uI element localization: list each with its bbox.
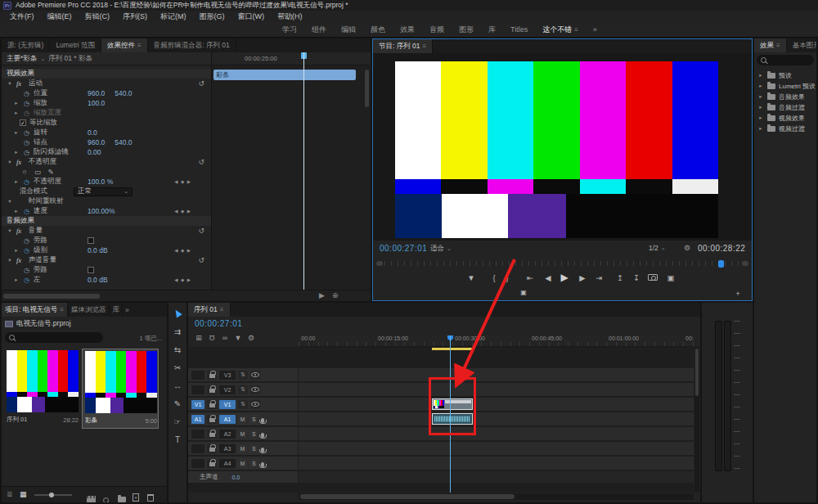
blend-mode-select[interactable]: 正常⌄ bbox=[74, 187, 133, 196]
audio-clip-bars[interactable] bbox=[432, 413, 473, 425]
lift-button[interactable]: ↥ bbox=[614, 273, 627, 282]
timeline-vertical-scrollbar[interactable] bbox=[694, 347, 699, 493]
mute-toggle[interactable]: M bbox=[238, 430, 247, 439]
track-output-toggle[interactable] bbox=[250, 385, 260, 394]
zoom-slider-knob[interactable] bbox=[49, 493, 54, 497]
track-name[interactable]: V1 bbox=[219, 400, 236, 409]
twirl-icon[interactable]: ▾ bbox=[7, 80, 13, 87]
play-audio-icon[interactable]: ▶ bbox=[319, 291, 325, 299]
effects-bin-audio-transitions[interactable]: ▸音频过渡 bbox=[757, 102, 805, 112]
twirl-icon[interactable]: ▾ bbox=[7, 159, 13, 165]
effect-group-channel-volume[interactable]: ▾ fx 声道音量 ↺ bbox=[2, 255, 211, 265]
video-clip-bars[interactable] bbox=[432, 398, 473, 410]
project-tabs-overflow[interactable]: » bbox=[123, 303, 132, 317]
opacity-value[interactable]: 100.0 % bbox=[88, 178, 113, 186]
keyframe-nav-icons[interactable]: ◀ ◆ ▶ bbox=[174, 277, 191, 282]
ecp-vertical-scrollbar[interactable] bbox=[365, 70, 369, 107]
left-value[interactable]: 0.0 dB bbox=[88, 276, 108, 284]
find-button[interactable] bbox=[103, 492, 109, 502]
voiceover-record-button[interactable] bbox=[261, 441, 266, 456]
stopwatch-icon[interactable]: ◷ bbox=[23, 208, 30, 215]
track-v3-header[interactable]: V3 ⇅ bbox=[188, 368, 298, 381]
monitor-settings-icon[interactable]: ⚙ bbox=[684, 244, 690, 252]
playback-resolution-select[interactable]: 1/2⌄ bbox=[649, 244, 666, 252]
source-patch[interactable] bbox=[191, 371, 204, 380]
panel-menu-icon[interactable]: ≡ bbox=[220, 306, 224, 313]
effects-bin-video-effects[interactable]: ▸视频效果 bbox=[757, 113, 805, 123]
anchor-y-value[interactable]: 540.0 bbox=[115, 138, 132, 146]
pen-mask-icon[interactable]: ✎ bbox=[46, 168, 56, 176]
twirl-icon[interactable]: ▾ bbox=[7, 198, 13, 205]
menu-file[interactable]: 文件(F) bbox=[3, 11, 41, 22]
keyframe-nav-icons[interactable]: ◀ ◆ ▶ bbox=[174, 179, 191, 184]
item-name[interactable]: 序列 01 bbox=[7, 416, 27, 424]
effects-bin-video-transitions[interactable]: ▸视频过渡 bbox=[757, 124, 805, 133]
tab-sequence-01[interactable]: 序列 01≡ bbox=[188, 303, 231, 317]
effect-controls-timeline[interactable]: 00:00:25:00 彩条 bbox=[211, 52, 371, 290]
timeline-horizontal-scrollbar[interactable] bbox=[299, 493, 694, 500]
ellipse-mask-icon[interactable]: ○ bbox=[20, 168, 29, 176]
scrubber-right-handle[interactable] bbox=[742, 261, 748, 266]
solo-toggle[interactable]: S bbox=[249, 444, 258, 453]
speed-value[interactable]: 100.00% bbox=[88, 207, 115, 215]
stopwatch-icon[interactable]: ◷ bbox=[23, 247, 30, 254]
zoom-icon[interactable]: ⊕ bbox=[332, 291, 339, 299]
tab-audio-clip-mixer[interactable]: 音频剪辑混合器: 序列 01 bbox=[148, 38, 236, 52]
track-output-toggle[interactable] bbox=[250, 400, 260, 409]
stopwatch-icon[interactable]: ◷ bbox=[23, 90, 30, 97]
twirl-icon[interactable]: ▸ bbox=[757, 104, 764, 110]
reset-icon[interactable]: ↺ bbox=[198, 158, 204, 166]
source-patch-v1[interactable]: V1 bbox=[191, 400, 204, 409]
stopwatch-icon[interactable]: ◷ bbox=[23, 129, 30, 137]
twirl-icon[interactable]: ▸ bbox=[13, 110, 20, 116]
menu-clip[interactable]: 剪辑(C) bbox=[79, 11, 117, 22]
source-patch[interactable] bbox=[191, 459, 204, 468]
ripple-edit-tool[interactable]: ⇆ bbox=[169, 345, 187, 354]
reset-icon[interactable]: ↺ bbox=[198, 256, 204, 264]
mute-toggle[interactable]: M bbox=[238, 459, 247, 468]
selection-tool[interactable] bbox=[169, 309, 187, 318]
scrubber-playhead[interactable] bbox=[718, 260, 724, 268]
master-track-header[interactable]: 主声道 0.0 bbox=[188, 471, 298, 483]
twirl-icon[interactable]: ▸ bbox=[13, 277, 20, 283]
nest-toggle-icon[interactable]: ⊞ bbox=[193, 334, 204, 342]
effects-bin-lumetri-presets[interactable]: ▸Lumetri 预设 bbox=[757, 81, 816, 91]
workspace-tab-effects[interactable]: 效果 bbox=[393, 22, 422, 37]
twirl-icon[interactable]: ▸ bbox=[13, 129, 20, 136]
source-patch[interactable] bbox=[191, 444, 204, 453]
comparison-view-button[interactable]: ▣ bbox=[664, 273, 677, 282]
track-select-tool[interactable]: ⇉ bbox=[169, 327, 187, 336]
tab-essential-graphics[interactable]: 基本图形 bbox=[787, 38, 816, 52]
track-v1-lane[interactable] bbox=[299, 398, 694, 411]
workspace-tab-graphics[interactable]: 图形 bbox=[452, 22, 481, 37]
button-editor-plus[interactable]: + bbox=[731, 289, 744, 298]
panel-menu-icon[interactable]: ≡ bbox=[423, 43, 427, 50]
menu-marker[interactable]: 标记(M) bbox=[154, 11, 193, 22]
track-lock-toggle[interactable] bbox=[207, 400, 217, 409]
stopwatch-icon[interactable]: ◷ bbox=[23, 100, 30, 107]
track-v3-lane[interactable] bbox=[299, 368, 694, 381]
track-name[interactable]: V3 bbox=[219, 371, 236, 380]
twirl-icon[interactable]: ▸ bbox=[757, 125, 764, 132]
new-item-button[interactable] bbox=[133, 490, 139, 502]
timeline-timecode[interactable]: 00:00:27:01 bbox=[195, 319, 242, 328]
track-lock-toggle[interactable] bbox=[207, 444, 217, 453]
track-a3-lane[interactable] bbox=[299, 442, 694, 455]
sequence-clip-label[interactable]: 序列 01 * 彩条 bbox=[48, 54, 92, 64]
workspace-tab-color[interactable]: 颜色 bbox=[363, 22, 393, 37]
reset-icon[interactable]: ↺ bbox=[198, 79, 204, 88]
new-bin-button[interactable] bbox=[118, 491, 126, 502]
menu-graphics[interactable]: 图形(G) bbox=[193, 11, 231, 22]
track-name[interactable]: A1 bbox=[219, 415, 236, 424]
play-button[interactable]: ▶ bbox=[558, 272, 571, 283]
automate-to-sequence-button[interactable] bbox=[87, 491, 96, 502]
effects-search-input[interactable] bbox=[757, 55, 814, 65]
sync-lock-toggle[interactable]: ⇅ bbox=[238, 400, 248, 409]
add-marker-icon[interactable]: ▼ bbox=[232, 334, 244, 342]
stopwatch-icon[interactable]: ◷ bbox=[23, 277, 30, 284]
twirl-icon[interactable]: ▸ bbox=[757, 72, 764, 79]
ecp-timeline-ruler[interactable]: 00:00:25:00 bbox=[212, 52, 371, 65]
menu-sequence[interactable]: 序列(S) bbox=[116, 11, 154, 22]
playhead-line[interactable] bbox=[450, 335, 451, 493]
stopwatch-icon[interactable]: ◷ bbox=[23, 149, 30, 156]
